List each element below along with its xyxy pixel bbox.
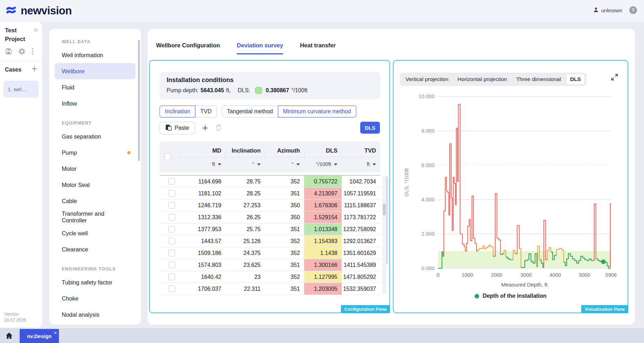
toggle-minimum-curvature-method[interactable]: Minimum curvature method: [278, 106, 356, 117]
row-checkbox[interactable]: [168, 238, 175, 244]
row-checkbox-cell: [160, 176, 179, 187]
sidebar-item-well-information[interactable]: Well information: [55, 47, 135, 63]
delete-rows-icon[interactable]: [215, 124, 222, 133]
sidebar-item-pump[interactable]: Pump: [55, 144, 135, 161]
pane-scrollbar[interactable]: [386, 176, 388, 264]
sidebar-item-clearance[interactable]: Clearance: [55, 241, 135, 257]
gear-icon[interactable]: [18, 48, 26, 56]
menu-section-heading: ENGINEERING TOOLS: [62, 267, 141, 271]
sidebar-item-cycle-well[interactable]: Cycle well: [55, 225, 135, 241]
dls-label: DLS:: [238, 87, 250, 94]
cell-inclination: 28.25: [226, 188, 265, 199]
row-checkbox[interactable]: [168, 214, 175, 221]
logo: newvision: [6, 5, 72, 17]
save-icon[interactable]: [5, 48, 12, 56]
cell-azimuth: 350: [265, 211, 304, 223]
table-scrollbar-thumb[interactable]: [383, 203, 386, 215]
viz-tab-vertical-projection[interactable]: Vertical projection: [401, 74, 452, 85]
sidebar-item-nodal-analysis[interactable]: Nodal analysis: [55, 307, 135, 323]
viz-tab-horizontal-projection[interactable]: Horizontal projection: [453, 74, 511, 85]
tab-heat-transfer[interactable]: Heat transfer: [300, 42, 336, 54]
logo-wave-icon: [6, 5, 18, 16]
unit-select-azimuth[interactable]: °: [265, 157, 304, 171]
user-menu[interactable]: unknown: [593, 7, 622, 14]
menu-section-heading: EQUIPMENT: [62, 121, 141, 126]
cell-inclination: 24.375: [226, 247, 265, 259]
cell-md: 1181.102: [179, 188, 226, 199]
row-checkbox[interactable]: [168, 202, 175, 209]
sidebar-item-motor[interactable]: Motor: [55, 161, 135, 177]
toggle-tangential-method[interactable]: Tangential method: [222, 106, 278, 117]
table-row: 1312.33626.253501.5291541173.781722: [160, 211, 380, 223]
unit-select-inclination[interactable]: °: [226, 157, 265, 171]
cell-md: 1509.186: [179, 247, 226, 259]
svg-text:6.000: 6.000: [421, 162, 435, 168]
viz-tab-dls[interactable]: DLS: [566, 74, 585, 85]
toggle-tvd[interactable]: TVD: [195, 106, 217, 117]
toggle-inclination[interactable]: Inclination: [160, 106, 195, 117]
sidebar-item-inflow[interactable]: Inflow: [55, 95, 135, 112]
sidebar-item-gas-separation[interactable]: Gas separation: [55, 128, 135, 144]
row-checkbox[interactable]: [168, 285, 175, 292]
sidebar-item-choke[interactable]: Choke: [55, 290, 135, 307]
row-checkbox-cell: [160, 200, 179, 211]
tab-wellbore-configuration[interactable]: Wellbore Configuration: [156, 42, 220, 54]
dls-chart: 0.0002.0004.0006.0008.00010.000010002000…: [394, 89, 628, 293]
row-checkbox[interactable]: [168, 250, 175, 256]
dls-status-chip: [255, 87, 262, 94]
column-header-tvd: TVD: [342, 147, 380, 154]
row-checkbox[interactable]: [168, 274, 175, 280]
unit-select-dls[interactable]: °/100ft: [304, 157, 342, 171]
sidebar-item-fluid[interactable]: Fluid: [55, 79, 135, 95]
dls-view-button[interactable]: DLS: [360, 122, 380, 134]
unit-label: ft: [367, 161, 370, 167]
sidebar-item-cable[interactable]: Cable: [55, 193, 135, 209]
sidebar-item-transformer-and-controller[interactable]: Transformer and Controller: [55, 209, 135, 225]
row-checkbox[interactable]: [168, 190, 175, 197]
unit-select-md[interactable]: ft: [179, 157, 226, 171]
case-item[interactable]: 1. wel…: [4, 81, 39, 97]
user-name: unknown: [601, 7, 622, 13]
expand-icon[interactable]: [611, 73, 618, 82]
cell-tvd: 1411.545389: [342, 259, 380, 271]
cell-azimuth: 351: [265, 259, 304, 271]
paste-button[interactable]: Paste: [160, 122, 195, 134]
sidebar-item-tubing-safety-factor[interactable]: Tubing safety factor: [55, 274, 135, 290]
taskbar-tab-nv-design[interactable]: nv.Design ×: [20, 329, 59, 343]
sidebar-item-label: Fluid: [62, 84, 74, 91]
cell-azimuth: 352: [265, 247, 304, 259]
app-window: newvision unknown ? Test Project »: [0, 0, 644, 343]
cell-azimuth: 352: [265, 176, 304, 187]
pump-depth-unit: ft,: [226, 87, 230, 94]
table-row: 1574.80323.6253511.3001661411.545389: [160, 259, 380, 271]
close-tab-icon[interactable]: ×: [54, 330, 57, 335]
help-icon[interactable]: ?: [629, 6, 637, 14]
add-row-button[interactable]: +: [202, 123, 208, 133]
cell-dls: 1.529154: [304, 211, 342, 223]
viz-tab-three-dimensional[interactable]: Three dimensional: [512, 74, 565, 85]
cell-azimuth: 352: [265, 271, 304, 283]
kebab-menu-icon[interactable]: [32, 48, 34, 56]
sidebar-item-wellbore[interactable]: Wellbore: [55, 63, 135, 79]
menu-scrollbar[interactable]: [138, 40, 140, 161]
row-checkbox[interactable]: [168, 226, 175, 233]
unit-select-tvd[interactable]: ft: [342, 157, 380, 171]
tab-deviation-survey[interactable]: Deviation survey: [237, 42, 283, 54]
collapse-sidebar-icon[interactable]: »: [34, 25, 38, 34]
toggle-group: Tangential methodMinimum curvature metho…: [222, 106, 356, 117]
row-checkbox[interactable]: [168, 262, 175, 268]
cell-inclination: 26.25: [226, 211, 265, 223]
sidebar-item-motor-seal[interactable]: Motor Seal: [55, 177, 135, 193]
table-row: 1246.71927.2533501.6763061115.188637: [160, 200, 380, 211]
home-icon[interactable]: [5, 331, 13, 341]
select-all-checkbox[interactable]: [165, 154, 171, 160]
row-checkbox[interactable]: [168, 178, 175, 185]
cell-md: 1574.803: [179, 259, 226, 271]
svg-text:2.000: 2.000: [421, 231, 435, 237]
cell-dls: 1.1438: [304, 247, 342, 259]
svg-text:3000: 3000: [520, 272, 531, 278]
installation-conditions: Installation conditions Pump depth: 5643…: [160, 72, 380, 99]
main-content: Wellbore ConfigurationDeviation surveyHe…: [148, 29, 635, 324]
cell-tvd: 1115.188637: [342, 200, 380, 211]
add-case-button[interactable]: +: [32, 63, 37, 74]
